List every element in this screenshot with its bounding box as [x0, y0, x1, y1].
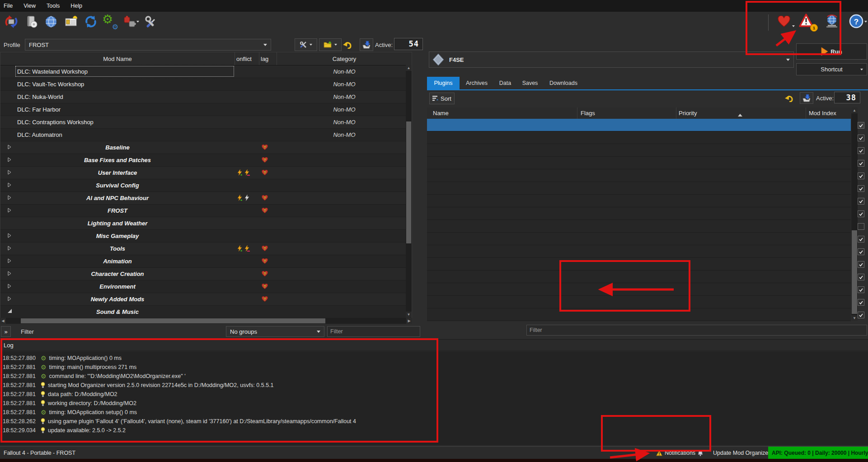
- separator-row[interactable]: Lighting and Weather: [0, 217, 412, 230]
- restore-loadorder-backup-icon[interactable]: [782, 92, 796, 104]
- mod-filter-input[interactable]: [327, 326, 420, 337]
- col-mod-index[interactable]: Mod Index: [809, 107, 836, 119]
- plugin-checkbox[interactable]: [858, 312, 864, 318]
- col-conflict[interactable]: onflict: [236, 52, 258, 65]
- mod-list-vscrollbar[interactable]: ▲ ▼: [406, 65, 412, 317]
- col-name[interactable]: Name: [433, 107, 449, 119]
- filter-expander-button[interactable]: »: [1, 326, 11, 337]
- table-row[interactable]: DLC: Automatron Non-MO: [0, 129, 412, 141]
- log-panel[interactable]: 18:52:27.880⚙timing: MOApplication() 0 m…: [0, 352, 868, 445]
- plugin-checkbox[interactable]: [858, 299, 864, 306]
- col-priority[interactable]: Priority: [679, 107, 697, 119]
- plugin-row[interactable]: FROST - AccessibleFortHagen.esp 33 FE:00…: [427, 245, 851, 258]
- tab-data[interactable]: Data: [494, 77, 516, 89]
- separator-row[interactable]: FROST ?: [0, 205, 412, 217]
- plugin-row[interactable]: FROST - Hunkered Down.esp 23 14: [427, 119, 851, 131]
- plugin-checkbox[interactable]: [858, 223, 864, 230]
- endorse-heart-icon[interactable]: [776, 14, 792, 29]
- plugin-row[interactable]: FROST - AccessibleFortStrong.esp 26 FE:0…: [427, 157, 851, 169]
- plugin-row[interactable]: FCF_Previsibines.esp 34 FE:00B: [427, 258, 851, 271]
- tab-plugins[interactable]: Plugins: [427, 77, 460, 89]
- mod-list-hscrollbar[interactable]: ◀ ▶: [0, 318, 412, 324]
- table-row[interactable]: DLC: Wasteland Workshop Non-MO: [0, 65, 412, 78]
- notifications-warning-icon[interactable]: 1: [799, 14, 817, 30]
- plugin-row[interactable]: RedsFrostExplosionEffects.esp 30 FE:008: [427, 207, 851, 220]
- separator-row[interactable]: AI and NPC Behaviour + ?: [0, 192, 412, 205]
- browse-nexus-icon[interactable]: [42, 13, 60, 30]
- plugin-filter-input[interactable]: [526, 325, 867, 336]
- run-button[interactable]: Run: [796, 43, 867, 60]
- overwrite-icon[interactable]: [800, 92, 813, 104]
- table-row[interactable]: DLC: Contraptions Workshop Non-MO: [0, 116, 412, 129]
- install-mod-icon[interactable]: [3, 13, 20, 30]
- menu-file[interactable]: File: [4, 3, 13, 9]
- plugin-checkbox[interactable]: [858, 135, 864, 141]
- endorse-caret[interactable]: [792, 25, 795, 27]
- plugin-list-vscrollbar[interactable]: ▲ ▼: [851, 107, 858, 321]
- col-mod-name[interactable]: Mod Name: [0, 52, 235, 65]
- separator-row[interactable]: Sound & Music: [0, 306, 412, 318]
- tab-downloads[interactable]: Downloads: [544, 77, 583, 89]
- plugin-row[interactable]: RedsFrostBlurRemoval.esp 28 FE:006: [427, 182, 851, 195]
- tab-saves[interactable]: Saves: [518, 77, 542, 89]
- refresh-icon[interactable]: [82, 13, 99, 30]
- groups-select[interactable]: No groups: [226, 326, 324, 337]
- plugin-row[interactable]: PANPC FROST Patch.esp 31: [427, 220, 851, 233]
- separator-row[interactable]: Misc Gameplay: [0, 230, 412, 243]
- plugin-row[interactable]: FCF_Main.esp 29 FE:007: [427, 195, 851, 207]
- separator-row[interactable]: Environment ?: [0, 280, 412, 293]
- plugin-row[interactable]: FROST - UFO4P Patch.esp 32 FE:009: [427, 233, 851, 245]
- plugin-checkbox[interactable]: [858, 261, 864, 268]
- tools-dropdown-button[interactable]: [295, 38, 317, 51]
- tool-plugins-icon[interactable]: [23, 13, 40, 30]
- separator-row[interactable]: Tools + ?: [0, 243, 412, 255]
- plugin-checkbox[interactable]: [858, 286, 864, 293]
- plugin-checkbox[interactable]: [858, 198, 864, 205]
- executable-select[interactable]: F4SE: [429, 51, 794, 68]
- menu-view[interactable]: View: [23, 3, 36, 9]
- restore-backup-icon[interactable]: [340, 38, 355, 51]
- col-category[interactable]: Category: [277, 52, 412, 65]
- plugin-row[interactable]: FROST - AccessibleMedTekResearch.esp 25 …: [427, 144, 851, 157]
- plugin-row[interactable]: Campsite.esp 37 16: [427, 296, 851, 308]
- separator-row[interactable]: Newly Added Mods ?: [0, 293, 412, 306]
- plugin-row[interactable]: FROST - Hunkered Down-Settlements.esp 24…: [427, 131, 851, 144]
- plugin-checkbox[interactable]: [858, 122, 864, 129]
- table-row[interactable]: DLC: Nuka-World Non-MO: [0, 91, 412, 103]
- plugin-checkbox[interactable]: [858, 236, 864, 243]
- col-flags[interactable]: Flags: [581, 107, 595, 119]
- help-icon[interactable]: ?: [849, 14, 864, 29]
- executables-puzzle-icon[interactable]: [120, 13, 142, 30]
- notifications-button[interactable]: Notifications: [656, 447, 703, 459]
- profile-card-icon[interactable]: [62, 13, 80, 30]
- separator-row[interactable]: Character Creation ?: [0, 268, 412, 280]
- open-folder-dropdown-button[interactable]: [319, 38, 342, 51]
- separator-row[interactable]: Animation ?: [0, 255, 412, 268]
- update-mod-organizer-link[interactable]: Update Mod Organizer: [713, 447, 770, 459]
- table-row[interactable]: DLC: Far Harbor Non-MO: [0, 103, 412, 116]
- configure-tools-icon[interactable]: [143, 13, 160, 30]
- plugin-row[interactable]: RedsFrostSCM.esp 36 FE:00D: [427, 283, 851, 296]
- table-row[interactable]: DLC: Vault-Tec Workshop Non-MO: [0, 78, 412, 91]
- plugin-checkbox[interactable]: [858, 173, 864, 179]
- plugin-row[interactable]: FCF_Hotfix.esp 35 FE:00C: [427, 271, 851, 283]
- plugin-checkbox[interactable]: [858, 248, 864, 255]
- separator-row[interactable]: Survival Config: [0, 179, 412, 192]
- separator-row[interactable]: User Interface + ?: [0, 167, 412, 179]
- help-caret[interactable]: [864, 21, 867, 23]
- menu-help[interactable]: Help: [70, 3, 82, 9]
- separator-row[interactable]: Baseline ?: [0, 141, 412, 154]
- separator-row[interactable]: Base Fixes and Patches ?: [0, 154, 412, 167]
- sort-button[interactable]: Sort: [429, 93, 455, 104]
- plugin-checkbox[interactable]: [858, 274, 864, 280]
- shortcut-button[interactable]: Shortcut: [796, 63, 867, 75]
- profile-select[interactable]: FROST: [25, 39, 271, 51]
- log-panel-title[interactable]: Log: [0, 339, 868, 351]
- plugin-checkbox[interactable]: [858, 210, 864, 217]
- plugin-row[interactable]: FROST - AccessibleArcJet.esp 27 FE:005: [427, 169, 851, 182]
- plugin-checkbox[interactable]: [858, 160, 864, 167]
- tab-archives[interactable]: Archives: [461, 77, 492, 89]
- settings-gears-icon[interactable]: ⚙ ⚙: [101, 13, 118, 30]
- col-flag[interactable]: lag: [261, 52, 276, 65]
- plugin-row[interactable]: RedsFrostCampsitePatch.esp 38 17: [427, 308, 851, 321]
